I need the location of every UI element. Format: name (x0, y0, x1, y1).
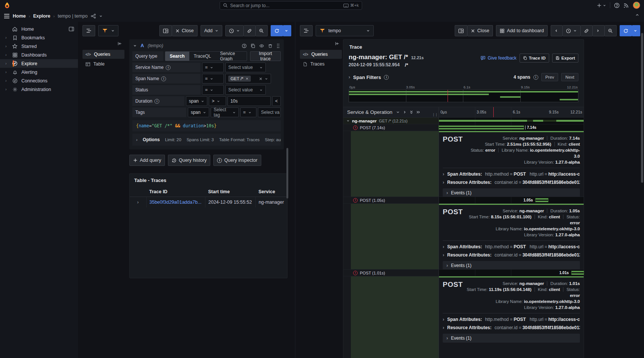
grafana-logo-icon[interactable] (4, 2, 10, 9)
panel-title[interactable]: Trace (349, 40, 578, 54)
tags-operator-select[interactable]: = (240, 107, 257, 117)
window-scrollbar[interactable] (641, 33, 643, 183)
news-icon[interactable] (623, 3, 629, 8)
add-query-button[interactable]: Add query (129, 155, 165, 166)
resource-attributes-row[interactable]: ›Resource Attributes:container.id=304fd8… (443, 251, 580, 259)
query-options-row[interactable]: › Options Limit: 20 Spans Limit: 3 Table… (132, 134, 281, 146)
chevron-down-icon[interactable] (133, 44, 137, 48)
tags-key-select[interactable]: Select tag (211, 107, 239, 117)
duration-operator-select[interactable]: > (209, 96, 226, 106)
span-attributes-row[interactable]: ›Span Attributes:http.method=POSThttp.ur… (443, 170, 580, 178)
user-avatar[interactable] (633, 1, 640, 9)
chevron-right-icon[interactable]: › (4, 53, 8, 57)
global-search-input[interactable]: Search or jump to... ⌘+k (220, 1, 362, 10)
chevron-right-icon[interactable]: › (4, 61, 8, 66)
chevron-right-icon[interactable]: › (4, 36, 8, 40)
trace-id-button[interactable]: Trace ID (520, 54, 549, 63)
tags-value-select[interactable]: Select va (258, 107, 281, 117)
events-row[interactable]: ›Events (1) (443, 261, 580, 269)
span-filters-label[interactable]: Span Filters (353, 75, 381, 80)
span-row-post-2[interactable]: !POST (1.05s) 1.05s (343, 197, 584, 204)
chevron-down-icon[interactable] (99, 14, 103, 18)
chevron-right-icon[interactable]: › (4, 70, 8, 74)
sidebar-item-connections[interactable]: › Connections (0, 76, 78, 85)
column-trace-id[interactable]: Trace ID (146, 187, 205, 197)
give-feedback-link[interactable]: Give feedback (481, 55, 517, 61)
run-query-button[interactable] (620, 25, 632, 36)
query-type-service-graph[interactable]: Service Graph (216, 52, 247, 61)
query-ref-id[interactable]: A (141, 43, 144, 48)
span-name-chip[interactable]: GET /* (228, 76, 251, 82)
add-dropdown-button[interactable]: Add (201, 25, 222, 36)
status-operator-select[interactable]: = (202, 85, 224, 95)
run-query-interval-button[interactable] (632, 25, 640, 36)
time-range-button[interactable] (225, 25, 244, 36)
span-bar[interactable] (536, 198, 548, 202)
split-pane-button[interactable] (159, 25, 172, 36)
permalink-button[interactable] (581, 25, 593, 36)
span-bar[interactable] (439, 120, 584, 122)
duration-scope-select[interactable]: span (186, 96, 207, 106)
mega-menu-icon[interactable] (4, 13, 10, 19)
expand-one-icon[interactable] (403, 110, 407, 114)
zoom-out-button[interactable] (605, 25, 617, 36)
expand-row-icon[interactable]: › (130, 197, 146, 208)
panel-title[interactable]: Table - Traces (130, 178, 287, 187)
column-start-time[interactable]: Start time (205, 187, 255, 197)
datasource-picker-right[interactable]: tempo (316, 25, 374, 36)
next-span-button[interactable]: Next (561, 73, 578, 81)
status-value-select[interactable]: Select value (225, 85, 266, 95)
run-query-interval-button[interactable] (283, 25, 291, 36)
collapse-toolbar-icon[interactable] (635, 13, 640, 17)
query-rows-icon-button[interactable] (300, 25, 313, 36)
new-button[interactable] (597, 3, 606, 8)
breadcrumb-explore[interactable]: Explore (33, 13, 50, 19)
clear-icon[interactable] (259, 77, 262, 81)
duration-max-operator-select[interactable]: < (272, 96, 281, 106)
table-row[interactable]: › 35be0f3d29a01adda7b... 2024-12-09 15:5… (130, 197, 287, 208)
span-bar[interactable] (439, 126, 524, 129)
span-name-value-select[interactable]: GET /* (225, 74, 271, 84)
resource-attributes-row[interactable]: ›Resource Attributes:container.id=304fd8… (443, 324, 580, 332)
query-history-button[interactable]: Query history (168, 155, 210, 166)
sidebar-item-administration[interactable]: › Administration (0, 85, 78, 94)
rail-tab-queries[interactable]: </>Queries (82, 50, 124, 59)
chevron-right-icon[interactable]: › (4, 87, 8, 91)
import-trace-button[interactable]: Import trace (250, 51, 281, 61)
share-icon[interactable] (91, 13, 96, 19)
span-attributes-row[interactable]: ›Span Attributes:http.method=POSThttp.ur… (443, 315, 580, 324)
permalink-button[interactable] (244, 25, 256, 36)
service-name-value-select[interactable]: Select value (225, 63, 266, 72)
span-row-root[interactable]: ng-manager GET /* (12.21s) (343, 118, 584, 124)
sidebar-item-explore[interactable]: › Explore (0, 59, 78, 68)
column-resize-handle[interactable]: ❘❘ (432, 113, 438, 116)
query-type-search[interactable]: Search (165, 52, 189, 61)
time-range-button[interactable] (563, 25, 581, 36)
service-name-operator-select[interactable]: = (202, 63, 224, 72)
pane-scrollbar[interactable] (286, 148, 288, 198)
add-to-dashboard-button[interactable]: Add to dashboard (496, 25, 548, 36)
expand-all-icon[interactable] (416, 110, 420, 114)
sidebar-item-bookmarks[interactable]: › Bookmarks (0, 33, 78, 42)
rail-tab-queries[interactable]: </>Queries (300, 50, 342, 59)
time-shift-forward-button[interactable] (593, 25, 605, 36)
drag-handle-icon[interactable] (276, 43, 280, 48)
close-pane-button[interactable]: Close (467, 25, 493, 36)
help-icon[interactable] (614, 3, 620, 8)
sidebar-item-dashboards[interactable]: › Dashboards (0, 51, 78, 59)
span-attributes-row[interactable]: ›Span Attributes:http.method=POSThttp.ur… (443, 243, 580, 251)
close-pane-button[interactable]: Close (172, 25, 198, 36)
query-type-traceql[interactable]: TraceQL (189, 52, 216, 61)
chevron-right-icon[interactable]: › (4, 44, 8, 48)
collapse-rail-icon[interactable] (300, 40, 342, 50)
breadcrumb-home[interactable]: Home (13, 13, 26, 19)
split-pane-button[interactable] (455, 25, 467, 36)
sidebar-item-alerting[interactable]: › Alerting (0, 68, 78, 76)
trace-minimap[interactable]: 0μs 3.05s 6.1s 9.15s 12.21s (349, 85, 578, 102)
duration-min-input[interactable]: 10s (228, 96, 271, 106)
query-inspector-button[interactable]: iQuery inspector (213, 155, 261, 166)
events-row[interactable]: ›Events (1) (443, 188, 580, 197)
export-button[interactable]: Export (552, 54, 578, 63)
rail-tab-traces[interactable]: Traces (300, 60, 342, 69)
span-row-post-3[interactable]: !POST (1.01s) 1.01s (343, 270, 584, 276)
